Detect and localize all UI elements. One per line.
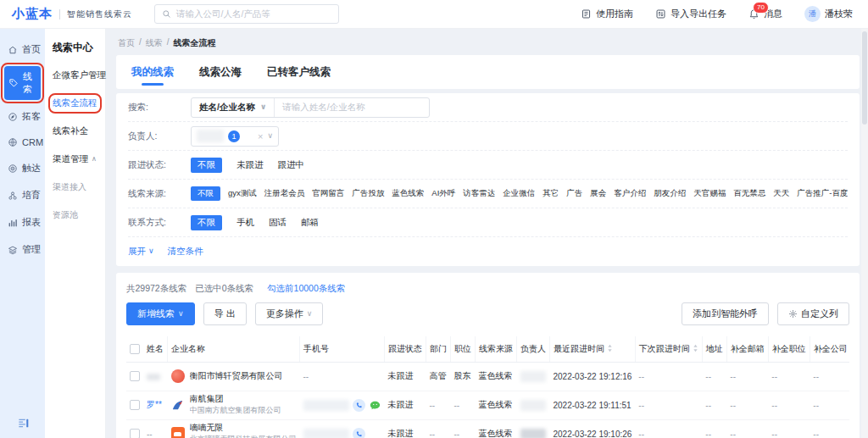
filter-option[interactable]: 不限 bbox=[191, 215, 222, 230]
filter-option[interactable]: gyx测试 bbox=[228, 188, 257, 199]
column-header-label: 企业名称 bbox=[171, 344, 205, 353]
more-actions-button[interactable]: 更多操作 ∨ bbox=[255, 302, 324, 325]
add-to-ai-call-button[interactable]: 添加到智能外呼 bbox=[682, 302, 769, 325]
submenu-item-label: 渠道管理 bbox=[53, 153, 88, 165]
clear-owner-icon[interactable]: × bbox=[258, 131, 263, 141]
dept-value: -- bbox=[430, 401, 436, 410]
import-export-tasks-button[interactable]: 导入导出任务 bbox=[655, 8, 726, 20]
select-first-10000-link[interactable]: 勾选前10000条线索 bbox=[267, 283, 345, 295]
filter-option[interactable]: 广告投放 bbox=[352, 188, 384, 199]
custom-columns-button[interactable]: 自定义列 bbox=[777, 302, 849, 325]
user-menu[interactable]: 潘 潘枝荣 bbox=[804, 6, 853, 22]
phone-redacted bbox=[303, 400, 349, 411]
global-search-input[interactable]: 请输入公司/人名/产品等 bbox=[154, 4, 339, 24]
filter-option[interactable]: 手机 bbox=[236, 217, 254, 229]
filter-option[interactable]: AI外呼 bbox=[431, 188, 455, 199]
filter-option[interactable]: 不限 bbox=[191, 186, 220, 201]
filter-option[interactable]: 注册老会员 bbox=[264, 188, 305, 199]
global-search-placeholder: 请输入公司/人名/产品等 bbox=[176, 8, 270, 20]
filter-option[interactable]: 官网留言 bbox=[312, 188, 344, 199]
tab-my-leads[interactable]: 我的线索 bbox=[131, 55, 174, 89]
expand-filters-link[interactable]: 展开 ∨ bbox=[128, 246, 154, 258]
sidebar-item-reports[interactable]: 报表 bbox=[0, 212, 45, 233]
filter-option[interactable]: 其它 bbox=[542, 188, 559, 199]
filter-option[interactable]: 跟进中 bbox=[278, 159, 305, 171]
guide-button[interactable]: 使用指南 bbox=[581, 8, 633, 20]
sidebar-item-nurture[interactable]: 培育 bbox=[0, 185, 45, 206]
position-value: -- bbox=[454, 430, 460, 438]
filter-option[interactable]: 未跟进 bbox=[236, 159, 264, 171]
gear-icon bbox=[788, 309, 798, 319]
submenu-item-channel-access[interactable]: 渠道接入 bbox=[53, 181, 105, 193]
phone-icon[interactable] bbox=[353, 428, 365, 438]
table-wrap: 姓名企业名称手机号跟进状态部门职位线索来源负责人最近跟进时间下次跟进时间地址补全… bbox=[126, 336, 849, 438]
sidebar-item-crm[interactable]: CRM bbox=[0, 133, 45, 152]
filter-option[interactable]: 朋友介绍 bbox=[654, 188, 686, 199]
breadcrumb-item[interactable]: 线索 bbox=[146, 37, 163, 49]
messages-button[interactable]: 70 消息 bbox=[748, 8, 782, 20]
report-icon bbox=[8, 218, 18, 228]
expand-label: 展开 bbox=[128, 246, 146, 258]
reach-icon bbox=[8, 164, 18, 174]
next-follow-time: -- bbox=[638, 372, 644, 381]
filter-option[interactable]: 天官赐福 bbox=[693, 188, 726, 199]
clear-filters-link[interactable]: 清空条件 bbox=[168, 246, 203, 258]
sidebar-item-label: 触达 bbox=[22, 162, 41, 175]
filter-option[interactable]: 邮箱 bbox=[301, 217, 319, 229]
filter-option[interactable]: 展会 bbox=[590, 188, 606, 199]
dept-value: 高管 bbox=[430, 371, 447, 380]
filter-option[interactable]: 访客雷达 bbox=[463, 188, 495, 199]
page-scrollbar[interactable] bbox=[861, 29, 868, 438]
add-lead-button[interactable]: 新增线索 ∨ bbox=[126, 302, 195, 325]
filter-row-follow-status: 跟进状态:不限未跟进跟进中 bbox=[128, 151, 848, 180]
column-header-label: 补全职位 bbox=[772, 344, 806, 353]
submenu-item-lead-enrichment[interactable]: 线索补全 bbox=[53, 125, 105, 137]
sidebar-item-leads[interactable]: 线索 bbox=[4, 66, 41, 100]
tab-lead-pool[interactable]: 线索公海 bbox=[199, 55, 242, 89]
row-checkbox[interactable] bbox=[130, 429, 140, 438]
owner-select[interactable]: 1 × ∨ bbox=[191, 126, 279, 147]
submenu-item-resource-pool[interactable]: 资源池 bbox=[53, 209, 105, 221]
submenu-item-lead-pipeline[interactable]: 线索全流程 bbox=[53, 97, 105, 109]
sidebar-item-prospecting[interactable]: 拓客 bbox=[0, 106, 45, 127]
lead-name[interactable]: 罗** bbox=[147, 400, 162, 409]
filter-option[interactable]: 不限 bbox=[191, 158, 222, 173]
search-type-value: 姓名/企业名称 bbox=[199, 102, 255, 114]
sort-icon[interactable] bbox=[607, 344, 613, 352]
filter-option[interactable]: 蓝色线索 bbox=[392, 188, 424, 199]
search-filter-input[interactable]: 请输入姓名/企业名称 bbox=[275, 98, 429, 117]
filter-option[interactable]: 固话 bbox=[269, 217, 287, 229]
complete-company-value: -- bbox=[813, 401, 819, 410]
tab-converted-leads[interactable]: 已转客户线索 bbox=[267, 55, 331, 89]
dept-value: -- bbox=[430, 430, 436, 438]
phone-icon[interactable] bbox=[353, 399, 365, 412]
guide-label: 使用指南 bbox=[596, 8, 633, 20]
sidebar-item-manage[interactable]: 管理 bbox=[0, 239, 45, 260]
sidebar-item-label: CRM bbox=[22, 137, 43, 147]
submenu-item-channel-management[interactable]: 渠道管理∧ bbox=[53, 153, 105, 165]
breadcrumb-item[interactable]: 首页 bbox=[118, 37, 135, 49]
filter-option[interactable]: 广告 bbox=[566, 188, 582, 199]
row-checkbox[interactable] bbox=[130, 371, 140, 381]
filter-option[interactable]: 天天 bbox=[773, 188, 789, 199]
filter-option[interactable]: 企业微信 bbox=[503, 188, 535, 199]
row-checkbox[interactable] bbox=[130, 400, 140, 410]
submenu-item-wecom-customers[interactable]: 企微客户管理 bbox=[53, 69, 105, 81]
column-header-label: 补全公司 bbox=[814, 344, 848, 353]
search-type-select[interactable]: 姓名/企业名称 ∨ bbox=[192, 98, 275, 117]
scrollbar-thumb[interactable] bbox=[862, 31, 867, 125]
filter-option[interactable]: 客户介绍 bbox=[614, 188, 646, 199]
sort-icon[interactable] bbox=[693, 344, 698, 352]
export-button[interactable]: 导 出 bbox=[203, 302, 247, 325]
sidebar-item-home[interactable]: 首页 bbox=[0, 39, 45, 60]
collapse-sidebar-icon[interactable] bbox=[17, 417, 30, 430]
column-header: 部门 bbox=[426, 336, 451, 362]
wechat-icon[interactable] bbox=[369, 399, 381, 412]
column-header: 补全邮箱 bbox=[726, 336, 768, 362]
sidebar-item-reach[interactable]: 触达 bbox=[0, 158, 45, 179]
import-export-icon bbox=[655, 8, 666, 19]
filter-option[interactable]: 百无禁忌 bbox=[733, 188, 765, 199]
complete-company-value: -- bbox=[813, 372, 819, 381]
filter-option[interactable]: 广告推广-百度 bbox=[797, 188, 848, 199]
select-all-checkbox[interactable] bbox=[130, 344, 140, 354]
